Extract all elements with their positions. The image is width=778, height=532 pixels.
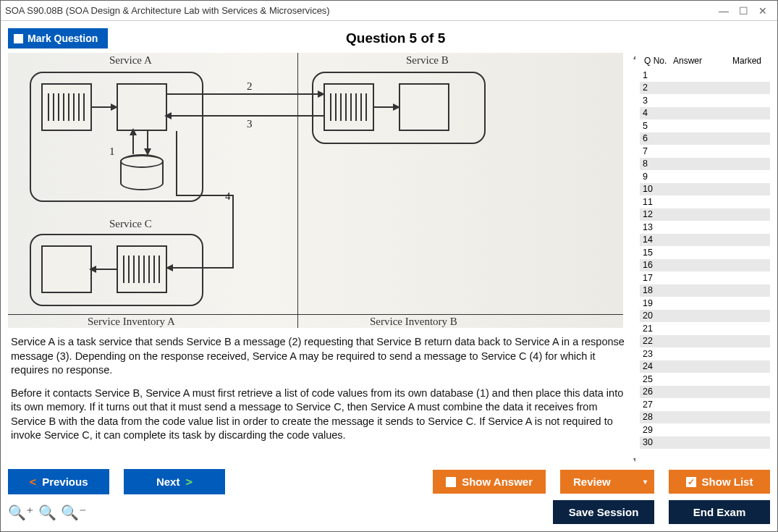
zoom-controls: 🔍⁺ 🔍 🔍⁻	[8, 504, 87, 521]
review-label: Review	[573, 476, 611, 488]
question-list-row[interactable]: 27	[640, 398, 770, 411]
chevron-right-icon: >	[185, 475, 193, 489]
question-list-row[interactable]: 1	[640, 69, 770, 82]
question-list-row[interactable]: 7	[640, 145, 770, 158]
previous-label: Previous	[42, 476, 88, 488]
show-answer-button[interactable]: Show Answer	[433, 470, 546, 494]
question-list-header: Q No. Answer Marked	[640, 53, 770, 69]
question-list-row[interactable]: 10	[640, 183, 770, 196]
checkbox-icon	[446, 477, 456, 487]
dropdown-icon: ▾	[643, 478, 647, 486]
question-list-row[interactable]: 26	[640, 386, 770, 399]
qlist-header-marked: Marked	[732, 56, 769, 66]
question-list-row[interactable]: 15	[640, 246, 770, 259]
diagram-label-service-b: Service B	[406, 54, 449, 67]
titlebar: SOA S90.08B (SOA Design & Architecture L…	[1, 1, 777, 21]
show-answer-label: Show Answer	[462, 476, 533, 488]
header: Mark Question Question 5 of 5	[1, 21, 777, 53]
end-exam-button[interactable]: End Exam	[669, 500, 770, 524]
question-list-row[interactable]: 23	[640, 347, 770, 360]
question-list-row[interactable]: 2	[640, 82, 770, 95]
save-session-button[interactable]: Save Session	[553, 500, 654, 524]
show-list-label: Show List	[702, 476, 753, 488]
question-list-row[interactable]: 4	[640, 107, 770, 120]
diagram-label-inventory-a: Service Inventory A	[88, 316, 175, 328]
review-button[interactable]: Review ▾	[560, 470, 654, 494]
question-diagram: Service A 1 Service B	[8, 53, 623, 328]
button-row-2: 🔍⁺ 🔍 🔍⁻ Save Session End Exam	[8, 500, 770, 524]
scroll-up-icon[interactable]: ▴	[633, 53, 635, 61]
content-column: ▴ ▾ Service A 1	[8, 53, 635, 463]
question-list-row[interactable]: 5	[640, 119, 770, 132]
question-list-row[interactable]: 11	[640, 195, 770, 208]
qlist-header-answer: Answer	[673, 56, 732, 66]
diagram-label-inventory-b: Service Inventory B	[370, 316, 457, 328]
question-list-row[interactable]: 24	[640, 360, 770, 373]
question-list-row[interactable]: 25	[640, 373, 770, 386]
question-list-row[interactable]: 30	[640, 436, 770, 449]
previous-button[interactable]: < Previous	[8, 469, 109, 494]
zoom-in-icon[interactable]: 🔍⁺	[8, 504, 34, 521]
end-exam-label: End Exam	[693, 506, 746, 518]
chevron-left-icon: <	[29, 475, 36, 489]
scroll-down-icon[interactable]: ▾	[633, 455, 635, 463]
diagram-label-service-a: Service A	[109, 54, 152, 67]
main: ▴ ▾ Service A 1	[1, 53, 777, 463]
question-list-row[interactable]: 14	[640, 234, 770, 247]
question-list-row[interactable]: 19	[640, 297, 770, 310]
question-counter: Question 5 of 5	[21, 30, 770, 46]
question-list-row[interactable]: 18	[640, 284, 770, 297]
qlist-header-no: Q No.	[641, 56, 673, 66]
question-list-row[interactable]: 6	[640, 132, 770, 145]
footer: < Previous Next > Show Answer Review ▾ ✓…	[1, 463, 777, 531]
question-list-row[interactable]: 20	[640, 310, 770, 323]
question-text: Service A is a task service that sends S…	[8, 328, 633, 455]
diagram-label-service-c: Service C	[109, 218, 152, 230]
question-list-row[interactable]: 16	[640, 259, 770, 272]
zoom-reset-icon[interactable]: 🔍	[38, 504, 56, 521]
diagram-label-4: 4	[225, 190, 231, 203]
window-title: SOA S90.08B (SOA Design & Architecture L…	[5, 5, 719, 16]
close-icon[interactable]: ✕	[758, 5, 767, 17]
content-scroll[interactable]: Service A 1 Service B	[8, 53, 635, 463]
question-list-panel: Q No. Answer Marked 12345678910111213141…	[640, 53, 770, 463]
save-session-label: Save Session	[569, 506, 639, 518]
question-list-row[interactable]: 13	[640, 221, 770, 234]
question-list-row[interactable]: 9	[640, 170, 770, 183]
show-list-button[interactable]: ✓ Show List	[669, 470, 770, 494]
button-row-1: < Previous Next > Show Answer Review ▾ ✓…	[8, 469, 770, 494]
question-list-row[interactable]: 28	[640, 411, 770, 424]
zoom-out-icon[interactable]: 🔍⁻	[61, 504, 87, 521]
next-button[interactable]: Next >	[124, 469, 225, 494]
minimize-icon[interactable]: —	[719, 5, 729, 17]
question-list-row[interactable]: 12	[640, 208, 770, 221]
diagram-label-2: 2	[247, 80, 253, 93]
question-list-row[interactable]: 8	[640, 158, 770, 171]
window-controls: — ☐ ✕	[719, 5, 773, 17]
question-list-row[interactable]: 21	[640, 322, 770, 335]
question-list-row[interactable]: 29	[640, 423, 770, 436]
diagram-label-3: 3	[247, 118, 253, 130]
question-paragraph-1: Service A is a task service that sends S…	[11, 335, 630, 378]
question-list-body[interactable]: 1234567891011121314151617181920212223242…	[640, 69, 770, 463]
question-list-row[interactable]: 3	[640, 94, 770, 107]
question-list-row[interactable]: 22	[640, 335, 770, 348]
maximize-icon[interactable]: ☐	[739, 5, 748, 17]
next-label: Next	[156, 476, 180, 488]
question-paragraph-2: Before it contacts Service B, Service A …	[11, 387, 630, 443]
app-window: SOA S90.08B (SOA Design & Architecture L…	[0, 0, 778, 532]
question-list-row[interactable]: 17	[640, 271, 770, 284]
checked-icon: ✓	[686, 477, 696, 487]
diagram-label-1: 1	[109, 145, 115, 158]
